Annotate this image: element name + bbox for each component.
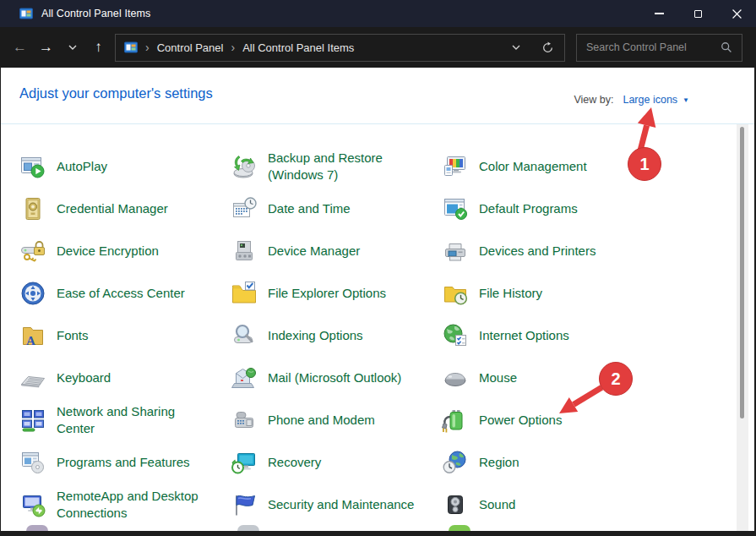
sound-icon xyxy=(442,491,469,518)
file-history-icon xyxy=(442,280,469,307)
item-label: AutoPlay xyxy=(57,158,107,175)
forward-button[interactable]: → xyxy=(33,34,59,62)
window-title: All Control Panel Items xyxy=(41,8,639,19)
mouse-icon xyxy=(442,364,469,391)
mail-icon xyxy=(231,364,258,391)
content-area: Adjust your computer's settings View by:… xyxy=(0,68,756,536)
item-label: Phone and Modem xyxy=(268,412,375,429)
partial-next-row-icon[interactable] xyxy=(237,525,259,531)
color-management-icon xyxy=(442,153,469,180)
item-label: Backup and Restore (Windows 7) xyxy=(268,150,383,183)
scrollbar[interactable] xyxy=(737,124,748,531)
svg-text:A: A xyxy=(26,334,35,347)
control-panel-item[interactable]: Internet Options xyxy=(442,314,653,357)
control-panel-item[interactable]: Keyboard xyxy=(19,357,231,399)
item-label: Network and Sharing Center xyxy=(57,403,175,437)
view-by-label: View by: xyxy=(574,94,613,106)
item-label: Ease of Access Center xyxy=(57,285,185,302)
items-grid: AutoPlayBackup and Restore (Windows 7)Co… xyxy=(19,145,653,526)
control-panel-item[interactable]: Device Encryption xyxy=(19,230,231,272)
control-panel-item[interactable]: Phone and Modem xyxy=(231,399,442,441)
item-label: Power Options xyxy=(479,412,562,429)
control-panel-item[interactable]: File History xyxy=(442,272,653,314)
power-options-icon xyxy=(442,407,469,434)
page-title: Adjust your computer's settings xyxy=(19,85,213,101)
network-sharing-icon xyxy=(19,407,46,434)
control-panel-item[interactable]: Date and Time xyxy=(231,188,442,230)
control-panel-item[interactable]: AFonts xyxy=(19,314,231,357)
control-panel-item[interactable]: AutoPlay xyxy=(19,145,231,188)
control-panel-item[interactable]: Ease of Access Center xyxy=(19,272,231,314)
control-panel-item[interactable]: Device Manager xyxy=(231,230,442,272)
control-panel-item[interactable]: Color Management xyxy=(442,145,653,188)
autoplay-icon xyxy=(19,153,46,180)
address-dropdown-button[interactable] xyxy=(502,45,530,50)
view-by-value: Large icons xyxy=(623,94,677,106)
credential-manager-icon xyxy=(19,195,46,222)
search-icon[interactable] xyxy=(721,41,732,53)
date-time-icon xyxy=(231,195,258,222)
region-icon xyxy=(442,449,469,476)
recent-locations-button[interactable] xyxy=(59,34,85,62)
refresh-icon xyxy=(541,41,554,54)
up-icon: ↑ xyxy=(95,39,102,56)
item-label: Internet Options xyxy=(479,327,569,344)
breadcrumb: › Control Panel › All Control Panel Item… xyxy=(115,34,565,62)
item-label: Sound xyxy=(479,496,515,513)
partial-next-row-icon[interactable] xyxy=(26,525,48,531)
item-label: Mail (Microsoft Outlook) xyxy=(268,369,401,386)
item-label: File Explorer Options xyxy=(268,285,386,302)
breadcrumb-control-panel[interactable]: Control Panel xyxy=(157,41,224,54)
partial-next-row-icon[interactable] xyxy=(449,525,470,531)
control-panel-item[interactable]: Power Options xyxy=(442,399,653,441)
control-panel-item[interactable]: Recovery xyxy=(231,441,442,484)
devices-printers-icon xyxy=(442,238,469,265)
security-maintenance-icon xyxy=(231,491,258,518)
ease-of-access-icon xyxy=(19,280,46,307)
minimize-button[interactable] xyxy=(639,0,678,27)
control-panel-item[interactable]: Programs and Features xyxy=(19,441,231,484)
item-label: Color Management xyxy=(479,158,587,175)
internet-options-icon xyxy=(442,322,469,349)
control-panel-item[interactable]: RemoteApp and Desktop Connections xyxy=(19,484,231,526)
window-bottom-edge xyxy=(1,531,754,536)
control-panel-item[interactable]: Default Programs xyxy=(442,188,653,230)
close-button[interactable] xyxy=(717,0,756,27)
control-panel-icon xyxy=(19,7,33,20)
view-by-control: View by: Large icons ▼ xyxy=(574,94,689,106)
control-panel-item[interactable]: Sound xyxy=(442,484,653,526)
back-button[interactable]: ← xyxy=(7,34,33,62)
item-label: Devices and Printers xyxy=(479,243,596,260)
search-input[interactable] xyxy=(577,41,721,53)
keyboard-icon xyxy=(19,364,46,391)
control-panel-item[interactable]: Mouse xyxy=(442,357,653,399)
up-button[interactable]: ↑ xyxy=(85,34,111,62)
view-by-dropdown[interactable]: Large icons ▼ xyxy=(623,94,689,106)
item-label: Device Encryption xyxy=(57,243,159,260)
scrollbar-thumb[interactable] xyxy=(740,127,744,418)
chevron-right-icon: › xyxy=(231,41,235,54)
maximize-button[interactable] xyxy=(678,0,717,27)
control-panel-item[interactable]: Credential Manager xyxy=(19,188,231,230)
control-panel-item[interactable]: File Explorer Options xyxy=(231,272,442,314)
refresh-button[interactable] xyxy=(530,41,564,54)
control-panel-icon xyxy=(124,41,138,54)
device-manager-icon xyxy=(231,238,258,265)
control-panel-item[interactable]: Mail (Microsoft Outlook) xyxy=(231,357,442,399)
control-panel-item[interactable]: Devices and Printers xyxy=(442,230,653,272)
control-panel-item[interactable]: Network and Sharing Center xyxy=(19,399,231,441)
control-panel-window: All Control Panel Items ← → ↑ xyxy=(0,0,756,536)
file-explorer-options-icon xyxy=(231,280,258,307)
breadcrumb-all-control-panel-items[interactable]: All Control Panel Items xyxy=(242,41,354,54)
minimize-icon xyxy=(655,13,664,14)
item-label: File History xyxy=(479,285,542,302)
search-box xyxy=(576,34,742,62)
item-label: Default Programs xyxy=(479,200,578,217)
control-panel-item[interactable]: Security and Maintenance xyxy=(231,484,442,526)
chevron-right-icon: › xyxy=(145,41,150,54)
control-panel-item[interactable]: Indexing Options xyxy=(231,314,442,357)
forward-icon: → xyxy=(39,39,53,56)
control-panel-item[interactable]: Region xyxy=(442,441,653,484)
control-panel-item[interactable]: Backup and Restore (Windows 7) xyxy=(231,145,442,188)
item-label: Mouse xyxy=(479,369,517,386)
